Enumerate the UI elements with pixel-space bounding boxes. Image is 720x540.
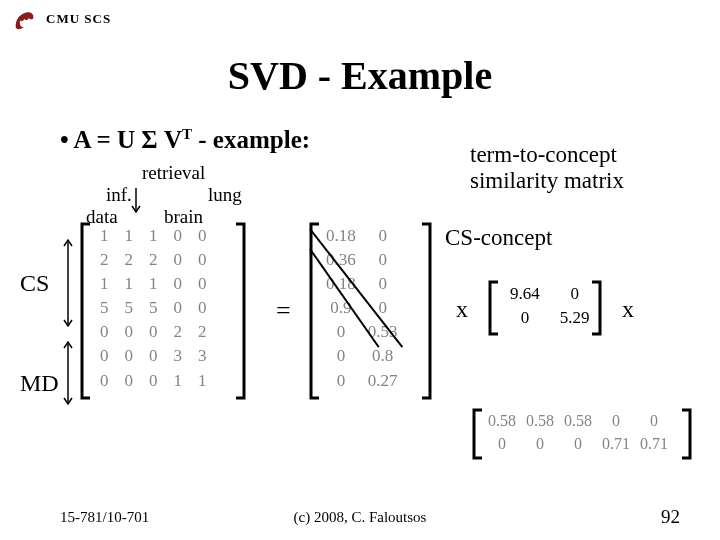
matrix-vt: 0.580.580.58000000.710.71	[483, 410, 673, 456]
matrix-cell: 5	[92, 296, 117, 320]
matrix-cell: 1	[92, 224, 117, 248]
term-to-concept-label: term-to-concept similarity matrix	[470, 142, 624, 195]
matrix-cell: 0	[117, 320, 142, 344]
matrix-cell: 0	[166, 296, 191, 320]
bracket-icon	[590, 280, 604, 341]
matrix-cell: 0	[597, 410, 635, 433]
matrix-cell: 0	[521, 433, 559, 456]
matrix-cell: 0	[117, 344, 142, 368]
bullet-pre: • A = U	[60, 126, 141, 153]
col-lung: lung	[208, 184, 242, 206]
matrix-cell: 5	[117, 296, 142, 320]
matrix-cell: 0	[362, 224, 404, 248]
matrix-cell: 0	[320, 344, 362, 368]
matrix-cell: 0	[362, 272, 404, 296]
matrix-cell: 0	[92, 369, 117, 393]
bullet-post: - example:	[192, 126, 310, 153]
matrix-cell: 0	[92, 320, 117, 344]
matrix-cell: 1	[141, 224, 166, 248]
matrix-cell: 0.71	[635, 433, 673, 456]
matrix-cell: 0	[362, 296, 404, 320]
matrix-cell: 0	[117, 369, 142, 393]
matrix-cell: 0.18	[320, 224, 362, 248]
slide-title: SVD - Example	[0, 52, 720, 99]
ttc-line1: term-to-concept	[470, 142, 624, 168]
footer-pagenum: 92	[661, 506, 680, 528]
matrix-cell: 0.58	[559, 410, 597, 433]
bracket-icon	[420, 222, 434, 405]
matrix-a: 11100222001110055500000220003300011	[92, 224, 215, 393]
org-label: CMU SCS	[46, 11, 111, 27]
matrix-cell: 0	[559, 433, 597, 456]
cs-concept-label: CS-concept	[445, 225, 552, 251]
matrix-cell: 0	[141, 344, 166, 368]
matrix-cell: 0.8	[362, 344, 404, 368]
matrix-cell: 0	[190, 296, 215, 320]
col-inf: inf.	[106, 184, 132, 206]
slide-header: CMU SCS	[12, 6, 111, 32]
matrix-cell: 3	[190, 344, 215, 368]
down-arrow-icon	[130, 186, 142, 220]
matrix-cell: 0	[166, 248, 191, 272]
matrix-cell: 0	[320, 320, 362, 344]
equals-sign: =	[276, 296, 291, 326]
bullet-t: T	[182, 126, 192, 142]
matrix-cell: 0	[483, 433, 521, 456]
matrix-cell: 0	[141, 369, 166, 393]
bracket-icon	[234, 222, 248, 405]
bracket-icon	[470, 408, 484, 465]
matrix-cell: 1	[190, 369, 215, 393]
times-sign-1: x	[456, 296, 468, 323]
matrix-cell: 1	[166, 369, 191, 393]
matrix-cell: 0	[166, 224, 191, 248]
updown-arrow-md-icon	[62, 340, 74, 410]
times-sign-2: x	[622, 296, 634, 323]
matrix-cell: 9.64	[500, 282, 550, 306]
col-retrieval: retrieval	[142, 162, 205, 184]
footer-copyright: (c) 2008, C. Faloutsos	[0, 509, 720, 526]
bracket-icon	[486, 280, 500, 341]
matrix-cell: 0	[166, 272, 191, 296]
matrix-cell: 2	[92, 248, 117, 272]
matrix-cell: 0.58	[483, 410, 521, 433]
bullet-sigma: Σ	[141, 126, 157, 153]
matrix-cell: 0	[190, 248, 215, 272]
matrix-cell: 0	[190, 272, 215, 296]
matrix-cell: 0.58	[521, 410, 559, 433]
matrix-cell: 1	[141, 272, 166, 296]
ttc-line2: similarity matrix	[470, 168, 624, 194]
bracket-icon	[680, 408, 694, 465]
matrix-cell: 0.27	[362, 369, 404, 393]
matrix-cell: 3	[166, 344, 191, 368]
matrix-cell: 1	[92, 272, 117, 296]
matrix-cell: 0	[320, 369, 362, 393]
matrix-cell: 1	[117, 272, 142, 296]
a-column-labels: retrieval inf. lung data brain	[86, 162, 258, 222]
row-group-md: MD	[20, 370, 59, 397]
bullet-equation: • A = U Σ VT - example:	[60, 126, 310, 154]
matrix-cell: 0	[362, 248, 404, 272]
matrix-cell: 5	[141, 296, 166, 320]
matrix-sigma: 9.64005.29	[500, 282, 600, 330]
matrix-cell: 0	[92, 344, 117, 368]
matrix-u: 0.1800.3600.1800.9000.5300.800.27	[320, 224, 404, 393]
row-group-cs: CS	[20, 270, 49, 297]
matrix-cell: 2	[141, 248, 166, 272]
matrix-cell: 0.71	[597, 433, 635, 456]
matrix-cell: 2	[166, 320, 191, 344]
matrix-cell: 1	[117, 224, 142, 248]
bracket-icon	[78, 222, 92, 405]
cmu-griffin-icon	[12, 6, 38, 32]
bullet-v: V	[158, 126, 182, 153]
matrix-cell: 2	[117, 248, 142, 272]
matrix-cell: 0	[190, 224, 215, 248]
matrix-cell: 0	[500, 306, 550, 330]
matrix-cell: 0	[141, 320, 166, 344]
updown-arrow-cs-icon	[62, 238, 74, 332]
matrix-cell: 0	[635, 410, 673, 433]
matrix-cell: 2	[190, 320, 215, 344]
